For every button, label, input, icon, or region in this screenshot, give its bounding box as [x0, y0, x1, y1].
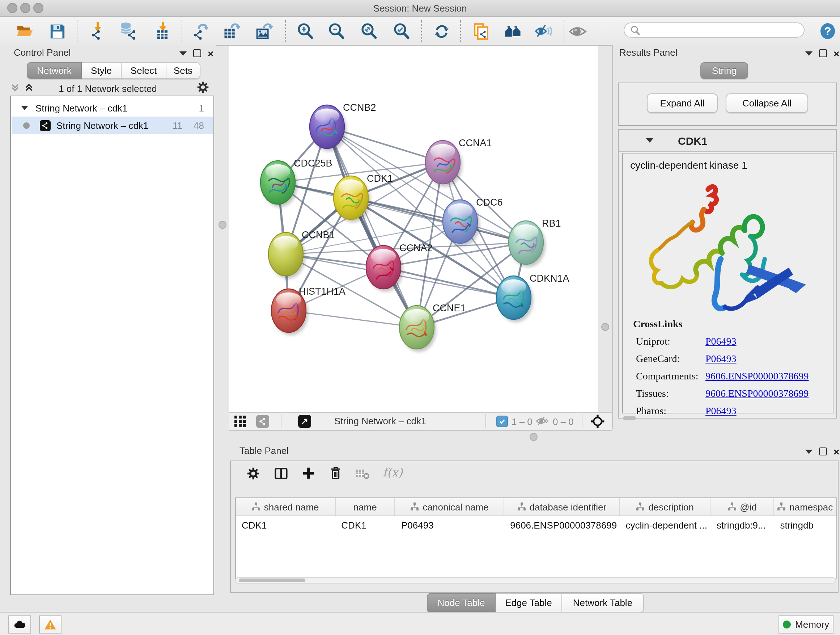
- zoom-selected-button[interactable]: [392, 21, 412, 41]
- network-node-hist1h1a[interactable]: HIST1H1A: [271, 286, 346, 335]
- table-settings-button[interactable]: [247, 467, 260, 480]
- crosslink-value-link[interactable]: 9606.ENSP00000378699: [706, 388, 808, 400]
- results-panel-close-icon[interactable]: ×: [834, 50, 839, 57]
- help-button[interactable]: ?: [819, 22, 836, 40]
- control-panel-menu-icon[interactable]: [180, 51, 187, 55]
- export-table-button[interactable]: [221, 21, 242, 41]
- tab-sets[interactable]: Sets: [166, 62, 201, 79]
- network-node-cdk1[interactable]: CDK1: [333, 173, 393, 222]
- network-edges[interactable]: [278, 127, 526, 327]
- tab-string[interactable]: String: [700, 62, 748, 79]
- results-panel-float-icon[interactable]: [819, 49, 827, 57]
- left-splitter[interactable]: [216, 45, 229, 612]
- column-header-name[interactable]: name: [335, 498, 395, 516]
- tab-select[interactable]: Select: [122, 62, 166, 79]
- hide-selected-button[interactable]: [534, 21, 554, 41]
- selected-checkbox-icon[interactable]: [496, 416, 508, 427]
- table-cell[interactable]: CDK1: [236, 516, 335, 534]
- network-graph[interactable]: CCNB2CCNA1CDC25BCDK1CDC6RB1CCNB1CCNA2CDK…: [229, 46, 598, 412]
- column-header-description[interactable]: description: [620, 498, 711, 516]
- table-hscrollbar[interactable]: [235, 577, 836, 584]
- network-collection-row[interactable]: String Network – cdk1 1: [11, 99, 213, 117]
- network-node-cdc6[interactable]: CDC6: [443, 197, 503, 246]
- cloud-button[interactable]: [8, 616, 31, 633]
- zoom-fit-button[interactable]: [359, 21, 379, 41]
- crosslink-value-link[interactable]: P06493: [706, 353, 737, 365]
- warnings-button[interactable]: [39, 616, 62, 633]
- show-graphics-details-button[interactable]: [567, 21, 587, 41]
- import-table-button[interactable]: [153, 21, 173, 41]
- export-image-button[interactable]: [254, 21, 274, 41]
- import-network-from-database-button[interactable]: [118, 21, 138, 41]
- column-header-namespac[interactable]: namespac: [774, 498, 836, 516]
- tab-network-table[interactable]: Network Table: [562, 593, 644, 613]
- network-edge[interactable]: [327, 127, 417, 327]
- network-edge[interactable]: [384, 267, 514, 298]
- function-builder-button[interactable]: f(x): [383, 466, 403, 479]
- network-canvas[interactable]: CCNB2CCNA1CDC25BCDK1CDC6RB1CCNB1CCNA2CDK…: [229, 46, 598, 412]
- tab-style[interactable]: Style: [82, 62, 122, 79]
- gene-collapse-icon[interactable]: [646, 138, 653, 143]
- table-panel-close-icon[interactable]: ×: [834, 448, 839, 455]
- network-options-button[interactable]: [197, 81, 209, 93]
- network-node-ccna1[interactable]: CCNA1: [425, 138, 492, 187]
- network-node-cdc25b[interactable]: CDC25B: [261, 158, 332, 207]
- network-node-ccnb2[interactable]: CCNB2: [309, 102, 376, 151]
- right-splitter[interactable]: [598, 46, 612, 412]
- table-row[interactable]: CDK1CDK1P064939606.ENSP00000378699cyclin…: [236, 516, 836, 534]
- collection-expand-icon[interactable]: [21, 106, 28, 110]
- detach-view-button[interactable]: [298, 415, 311, 428]
- column-header--id[interactable]: @id: [711, 498, 775, 516]
- table-cell[interactable]: stringdb:9...: [711, 516, 775, 534]
- export-network-button[interactable]: [190, 21, 210, 41]
- network-node-ccna2[interactable]: CCNA2: [366, 242, 433, 292]
- delete-column-button[interactable]: [329, 466, 342, 480]
- memory-button[interactable]: Memory: [778, 616, 834, 633]
- expand-all-button[interactable]: Expand All: [647, 93, 718, 113]
- control-panel-float-icon[interactable]: [193, 49, 201, 57]
- delete-table-button[interactable]: [355, 469, 370, 479]
- network-node-ccne1[interactable]: CCNE1: [399, 302, 466, 352]
- first-neighbors-button[interactable]: [503, 21, 523, 41]
- table-panel-menu-icon[interactable]: [805, 449, 813, 454]
- table-hscroll-thumb[interactable]: [239, 578, 305, 582]
- splitter-handle[interactable]: [530, 433, 538, 441]
- splitter-handle[interactable]: [218, 221, 226, 229]
- column-header-shared-name[interactable]: shared name: [236, 498, 335, 516]
- center-view-button[interactable]: [591, 414, 605, 429]
- table-cell[interactable]: stringdb: [774, 516, 836, 534]
- results-hscroll-thumb[interactable]: [623, 416, 636, 420]
- show-column-button[interactable]: [274, 467, 288, 480]
- crosslink-value-link[interactable]: P06493: [706, 336, 737, 348]
- results-panel-menu-icon[interactable]: [805, 51, 813, 55]
- control-panel-close-icon[interactable]: ×: [208, 50, 213, 57]
- duplicate-network-button[interactable]: [470, 21, 491, 41]
- zoom-out-button[interactable]: [326, 21, 347, 41]
- column-header-database-identifier[interactable]: database identifier: [504, 498, 620, 516]
- open-session-button[interactable]: [14, 21, 35, 41]
- collapse-all-button[interactable]: Collapse All: [726, 93, 808, 113]
- save-session-button[interactable]: [47, 21, 67, 41]
- network-node-ccnb1[interactable]: CCNB1: [268, 230, 335, 279]
- create-column-button[interactable]: [302, 466, 316, 480]
- grid-view-button[interactable]: [234, 416, 246, 427]
- table-cell[interactable]: cyclin-dependent ...: [620, 516, 711, 534]
- network-node-cdkn1a[interactable]: CDKN1A: [496, 273, 569, 322]
- splitter-handle[interactable]: [601, 323, 609, 331]
- column-header-canonical-name[interactable]: canonical name: [395, 498, 504, 516]
- table-cell[interactable]: P06493: [395, 516, 504, 534]
- network-view-button[interactable]: [256, 415, 269, 428]
- table-cell[interactable]: 9606.ENSP00000378699: [504, 516, 620, 534]
- crosslink-value-link[interactable]: P06493: [706, 405, 737, 417]
- zoom-in-button[interactable]: [295, 21, 316, 41]
- table-cell[interactable]: CDK1: [335, 516, 395, 534]
- search-input[interactable]: [640, 24, 788, 36]
- table-splitter[interactable]: [229, 429, 840, 443]
- crosslink-value-link[interactable]: 9606.ENSP00000378699: [706, 371, 808, 382]
- import-network-from-file-button[interactable]: [88, 21, 108, 41]
- network-row[interactable]: String Network – cdk1 11 48: [11, 117, 213, 134]
- tab-edge-table[interactable]: Edge Table: [496, 593, 562, 613]
- refresh-button[interactable]: [431, 21, 452, 41]
- network-node-rb1[interactable]: RB1: [508, 218, 561, 267]
- table-panel-float-icon[interactable]: [819, 448, 827, 455]
